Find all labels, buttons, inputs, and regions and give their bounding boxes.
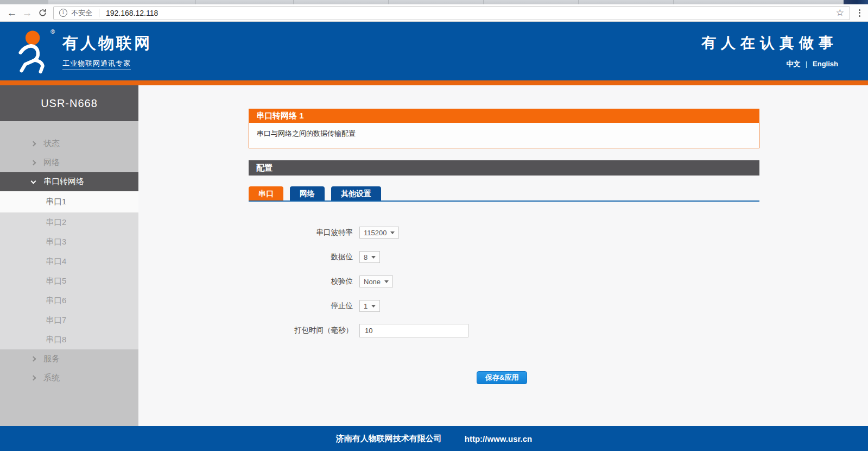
stop-bits-label: 停止位	[249, 301, 353, 311]
chevron-right-icon	[31, 161, 43, 165]
config-tabs: 串口 网络 其他设置	[249, 186, 759, 202]
sidebar-item-serial8[interactable]: 串口8	[0, 330, 138, 349]
save-apply-button[interactable]: 保存&应用	[477, 371, 527, 384]
bookmark-star-icon[interactable]: ☆	[836, 7, 844, 18]
refresh-icon[interactable]	[35, 6, 50, 20]
company-name: 济南有人物联网技术有限公司	[336, 434, 442, 444]
sidebar-item-services[interactable]: 服务	[0, 349, 138, 368]
chevron-right-icon	[31, 376, 43, 380]
tab-other-settings[interactable]: 其他设置	[331, 186, 381, 201]
form-row-baud-rate: 串口波特率 115200	[249, 227, 759, 239]
security-label: 不安全	[71, 8, 92, 18]
tab-network[interactable]: 网络	[290, 186, 325, 201]
main-content: 串口转网络 1 串口与网络之间的数据传输配置 配置 串口 网络 其他设置 串口波…	[138, 85, 868, 426]
url-text[interactable]: 192.168.12.118	[106, 9, 832, 17]
data-bits-label: 数据位	[249, 252, 353, 262]
sidebar-item-serial7[interactable]: 串口7	[0, 310, 138, 330]
parity-select[interactable]: None	[359, 275, 393, 287]
sidebar-item-serial6[interactable]: 串口6	[0, 291, 138, 310]
lang-chinese[interactable]: 中文	[786, 60, 800, 68]
sidebar-item-serial3[interactable]: 串口3	[0, 232, 138, 252]
lang-english[interactable]: English	[813, 60, 838, 68]
back-icon[interactable]: ←	[4, 6, 20, 20]
browser-tabstrip	[0, 0, 868, 4]
sidebar-item-serial2[interactable]: 串口2	[0, 212, 138, 232]
stop-bits-select[interactable]: 1	[359, 300, 380, 312]
page-title: 串口转网络 1	[249, 109, 759, 122]
form-row-data-bits: 数据位 8	[249, 251, 759, 263]
section-title: 配置	[249, 160, 759, 176]
window-corner	[844, 0, 868, 4]
url-separator	[99, 9, 99, 17]
forward-icon[interactable]: →	[20, 6, 35, 20]
parity-label: 校验位	[249, 277, 353, 286]
sidebar-item-serial5[interactable]: 串口5	[0, 271, 138, 291]
form-row-parity: 校验位 None	[249, 275, 759, 287]
tabstrip-shade	[0, 0, 48, 4]
caret-down-icon	[384, 280, 389, 283]
brand-tagline: 工业物联网通讯专家	[62, 59, 131, 70]
pack-time-input[interactable]	[359, 324, 468, 337]
sidebar-item-serial1[interactable]: 串口1	[0, 191, 138, 212]
info-icon[interactable]: i	[59, 9, 67, 17]
caret-down-icon	[371, 256, 376, 259]
sidebar-item-serial-to-network[interactable]: 串口转网络	[0, 172, 138, 191]
usr-logo: ®	[14, 28, 56, 74]
website-link[interactable]: http://www.usr.cn	[465, 434, 532, 443]
form-row-pack-time: 打包时间（毫秒）	[249, 324, 759, 336]
sidebar-item-network[interactable]: 网络	[0, 153, 138, 172]
pack-time-label: 打包时间（毫秒）	[249, 325, 353, 335]
sidebar: USR-N668 状态 网络 串口转网络 串口1 串口2 串口3 串口4 串口5	[0, 85, 138, 426]
brand: ® 有人物联网 工业物联网通讯专家	[14, 28, 152, 74]
baud-rate-label: 串口波特率	[249, 228, 353, 237]
browser-menu-icon[interactable]	[856, 7, 864, 19]
form-row-stop-bits: 停止位 1	[249, 300, 759, 312]
url-bar[interactable]: i 不安全 192.168.12.118 ☆	[53, 6, 850, 20]
sidebar-item-serial4[interactable]: 串口4	[0, 252, 138, 271]
page-footer: 济南有人物联网技术有限公司 http://www.usr.cn	[0, 426, 868, 451]
chevron-right-icon	[31, 142, 43, 146]
slogan: 有人在认真做事	[701, 33, 838, 53]
device-model: USR-N668	[0, 85, 138, 121]
lang-divider: |	[806, 60, 807, 68]
chevron-right-icon	[31, 357, 43, 361]
caret-down-icon	[371, 305, 376, 308]
tab-serial[interactable]: 串口	[249, 186, 283, 201]
serial-settings-form: 串口波特率 115200 数据位 8 校验位 None	[249, 227, 759, 384]
chevron-down-icon	[31, 181, 43, 183]
browser-toolbar: ← → i 不安全 192.168.12.118 ☆	[0, 4, 868, 22]
baud-rate-select[interactable]: 115200	[359, 227, 399, 239]
caret-down-icon	[390, 231, 395, 234]
registered-mark: ®	[50, 28, 55, 35]
page-description: 串口与网络之间的数据传输配置	[249, 122, 759, 148]
sidebar-item-system[interactable]: 系统	[0, 368, 138, 387]
site-header: ® 有人物联网 工业物联网通讯专家 有人在认真做事 中文 | English	[0, 22, 868, 80]
language-switcher: 中文 | English	[701, 59, 838, 69]
data-bits-select[interactable]: 8	[359, 251, 380, 263]
header-accent-rule	[0, 80, 868, 85]
sidebar-item-status[interactable]: 状态	[0, 134, 138, 153]
brand-name: 有人物联网	[62, 33, 152, 54]
